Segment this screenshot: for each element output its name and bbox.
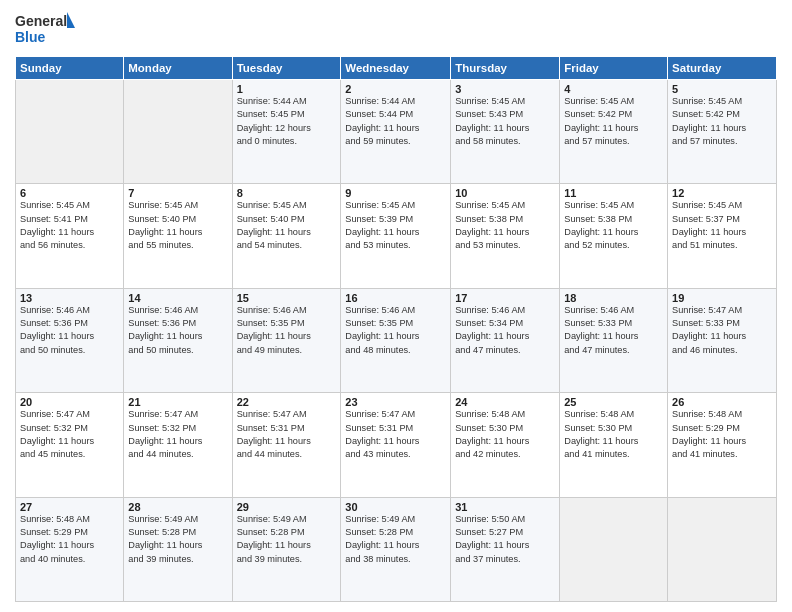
- calendar-day-cell: 1Sunrise: 5:44 AMSunset: 5:45 PMDaylight…: [232, 80, 341, 184]
- calendar-day-cell: 13Sunrise: 5:46 AMSunset: 5:36 PMDayligh…: [16, 288, 124, 392]
- day-number: 13: [20, 292, 119, 304]
- calendar-day-cell: 4Sunrise: 5:45 AMSunset: 5:42 PMDaylight…: [560, 80, 668, 184]
- weekday-header-cell: Sunday: [16, 57, 124, 80]
- day-number: 21: [128, 396, 227, 408]
- calendar-day-cell: 12Sunrise: 5:45 AMSunset: 5:37 PMDayligh…: [668, 184, 777, 288]
- calendar-week-row: 13Sunrise: 5:46 AMSunset: 5:36 PMDayligh…: [16, 288, 777, 392]
- weekday-header-cell: Friday: [560, 57, 668, 80]
- day-info: Sunrise: 5:45 AMSunset: 5:43 PMDaylight:…: [455, 95, 555, 148]
- day-number: 6: [20, 187, 119, 199]
- day-number: 22: [237, 396, 337, 408]
- calendar-day-cell: [124, 80, 232, 184]
- day-number: 23: [345, 396, 446, 408]
- day-number: 19: [672, 292, 772, 304]
- weekday-header-cell: Saturday: [668, 57, 777, 80]
- day-number: 24: [455, 396, 555, 408]
- day-number: 4: [564, 83, 663, 95]
- day-number: 16: [345, 292, 446, 304]
- calendar-day-cell: 15Sunrise: 5:46 AMSunset: 5:35 PMDayligh…: [232, 288, 341, 392]
- calendar-body: 1Sunrise: 5:44 AMSunset: 5:45 PMDaylight…: [16, 80, 777, 602]
- calendar-day-cell: 31Sunrise: 5:50 AMSunset: 5:27 PMDayligh…: [451, 497, 560, 601]
- calendar-week-row: 6Sunrise: 5:45 AMSunset: 5:41 PMDaylight…: [16, 184, 777, 288]
- calendar-day-cell: 9Sunrise: 5:45 AMSunset: 5:39 PMDaylight…: [341, 184, 451, 288]
- day-number: 10: [455, 187, 555, 199]
- calendar-day-cell: 11Sunrise: 5:45 AMSunset: 5:38 PMDayligh…: [560, 184, 668, 288]
- logo: General Blue: [15, 10, 75, 48]
- day-info: Sunrise: 5:47 AMSunset: 5:31 PMDaylight:…: [345, 408, 446, 461]
- calendar-day-cell: 3Sunrise: 5:45 AMSunset: 5:43 PMDaylight…: [451, 80, 560, 184]
- calendar-day-cell: 28Sunrise: 5:49 AMSunset: 5:28 PMDayligh…: [124, 497, 232, 601]
- day-info: Sunrise: 5:47 AMSunset: 5:32 PMDaylight:…: [128, 408, 227, 461]
- weekday-header-cell: Thursday: [451, 57, 560, 80]
- calendar-day-cell: 10Sunrise: 5:45 AMSunset: 5:38 PMDayligh…: [451, 184, 560, 288]
- day-info: Sunrise: 5:48 AMSunset: 5:30 PMDaylight:…: [455, 408, 555, 461]
- day-info: Sunrise: 5:46 AMSunset: 5:33 PMDaylight:…: [564, 304, 663, 357]
- day-info: Sunrise: 5:44 AMSunset: 5:44 PMDaylight:…: [345, 95, 446, 148]
- day-info: Sunrise: 5:50 AMSunset: 5:27 PMDaylight:…: [455, 513, 555, 566]
- weekday-header-cell: Tuesday: [232, 57, 341, 80]
- day-number: 31: [455, 501, 555, 513]
- day-number: 18: [564, 292, 663, 304]
- day-info: Sunrise: 5:49 AMSunset: 5:28 PMDaylight:…: [237, 513, 337, 566]
- day-number: 2: [345, 83, 446, 95]
- day-info: Sunrise: 5:46 AMSunset: 5:36 PMDaylight:…: [128, 304, 227, 357]
- day-info: Sunrise: 5:46 AMSunset: 5:34 PMDaylight:…: [455, 304, 555, 357]
- calendar-day-cell: 2Sunrise: 5:44 AMSunset: 5:44 PMDaylight…: [341, 80, 451, 184]
- svg-text:General: General: [15, 13, 67, 29]
- day-info: Sunrise: 5:48 AMSunset: 5:29 PMDaylight:…: [672, 408, 772, 461]
- day-info: Sunrise: 5:47 AMSunset: 5:33 PMDaylight:…: [672, 304, 772, 357]
- day-info: Sunrise: 5:48 AMSunset: 5:29 PMDaylight:…: [20, 513, 119, 566]
- calendar-day-cell: 14Sunrise: 5:46 AMSunset: 5:36 PMDayligh…: [124, 288, 232, 392]
- day-info: Sunrise: 5:45 AMSunset: 5:37 PMDaylight:…: [672, 199, 772, 252]
- day-info: Sunrise: 5:45 AMSunset: 5:40 PMDaylight:…: [237, 199, 337, 252]
- calendar-day-cell: 21Sunrise: 5:47 AMSunset: 5:32 PMDayligh…: [124, 393, 232, 497]
- calendar-week-row: 1Sunrise: 5:44 AMSunset: 5:45 PMDaylight…: [16, 80, 777, 184]
- day-info: Sunrise: 5:45 AMSunset: 5:38 PMDaylight:…: [564, 199, 663, 252]
- day-info: Sunrise: 5:45 AMSunset: 5:40 PMDaylight:…: [128, 199, 227, 252]
- day-number: 11: [564, 187, 663, 199]
- day-info: Sunrise: 5:49 AMSunset: 5:28 PMDaylight:…: [128, 513, 227, 566]
- day-number: 5: [672, 83, 772, 95]
- calendar-day-cell: 24Sunrise: 5:48 AMSunset: 5:30 PMDayligh…: [451, 393, 560, 497]
- logo-svg: General Blue: [15, 10, 75, 48]
- calendar-day-cell: 19Sunrise: 5:47 AMSunset: 5:33 PMDayligh…: [668, 288, 777, 392]
- weekday-header-row: SundayMondayTuesdayWednesdayThursdayFrid…: [16, 57, 777, 80]
- calendar-day-cell: 6Sunrise: 5:45 AMSunset: 5:41 PMDaylight…: [16, 184, 124, 288]
- calendar-day-cell: 5Sunrise: 5:45 AMSunset: 5:42 PMDaylight…: [668, 80, 777, 184]
- day-info: Sunrise: 5:44 AMSunset: 5:45 PMDaylight:…: [237, 95, 337, 148]
- day-number: 3: [455, 83, 555, 95]
- day-number: 27: [20, 501, 119, 513]
- day-info: Sunrise: 5:46 AMSunset: 5:35 PMDaylight:…: [345, 304, 446, 357]
- day-number: 26: [672, 396, 772, 408]
- day-info: Sunrise: 5:49 AMSunset: 5:28 PMDaylight:…: [345, 513, 446, 566]
- calendar-day-cell: 8Sunrise: 5:45 AMSunset: 5:40 PMDaylight…: [232, 184, 341, 288]
- day-number: 12: [672, 187, 772, 199]
- day-number: 15: [237, 292, 337, 304]
- day-number: 29: [237, 501, 337, 513]
- day-info: Sunrise: 5:45 AMSunset: 5:42 PMDaylight:…: [564, 95, 663, 148]
- calendar-day-cell: [16, 80, 124, 184]
- day-number: 14: [128, 292, 227, 304]
- day-info: Sunrise: 5:47 AMSunset: 5:32 PMDaylight:…: [20, 408, 119, 461]
- svg-text:Blue: Blue: [15, 29, 46, 45]
- calendar-day-cell: 26Sunrise: 5:48 AMSunset: 5:29 PMDayligh…: [668, 393, 777, 497]
- day-number: 20: [20, 396, 119, 408]
- calendar-day-cell: 18Sunrise: 5:46 AMSunset: 5:33 PMDayligh…: [560, 288, 668, 392]
- calendar-table: SundayMondayTuesdayWednesdayThursdayFrid…: [15, 56, 777, 602]
- day-number: 30: [345, 501, 446, 513]
- day-number: 8: [237, 187, 337, 199]
- calendar-day-cell: 16Sunrise: 5:46 AMSunset: 5:35 PMDayligh…: [341, 288, 451, 392]
- day-info: Sunrise: 5:46 AMSunset: 5:36 PMDaylight:…: [20, 304, 119, 357]
- calendar-day-cell: 7Sunrise: 5:45 AMSunset: 5:40 PMDaylight…: [124, 184, 232, 288]
- weekday-header-cell: Wednesday: [341, 57, 451, 80]
- weekday-header-cell: Monday: [124, 57, 232, 80]
- day-number: 1: [237, 83, 337, 95]
- calendar-day-cell: 22Sunrise: 5:47 AMSunset: 5:31 PMDayligh…: [232, 393, 341, 497]
- svg-marker-2: [67, 12, 75, 28]
- day-info: Sunrise: 5:45 AMSunset: 5:42 PMDaylight:…: [672, 95, 772, 148]
- calendar-week-row: 27Sunrise: 5:48 AMSunset: 5:29 PMDayligh…: [16, 497, 777, 601]
- day-number: 28: [128, 501, 227, 513]
- calendar-day-cell: 20Sunrise: 5:47 AMSunset: 5:32 PMDayligh…: [16, 393, 124, 497]
- calendar-day-cell: [560, 497, 668, 601]
- day-info: Sunrise: 5:46 AMSunset: 5:35 PMDaylight:…: [237, 304, 337, 357]
